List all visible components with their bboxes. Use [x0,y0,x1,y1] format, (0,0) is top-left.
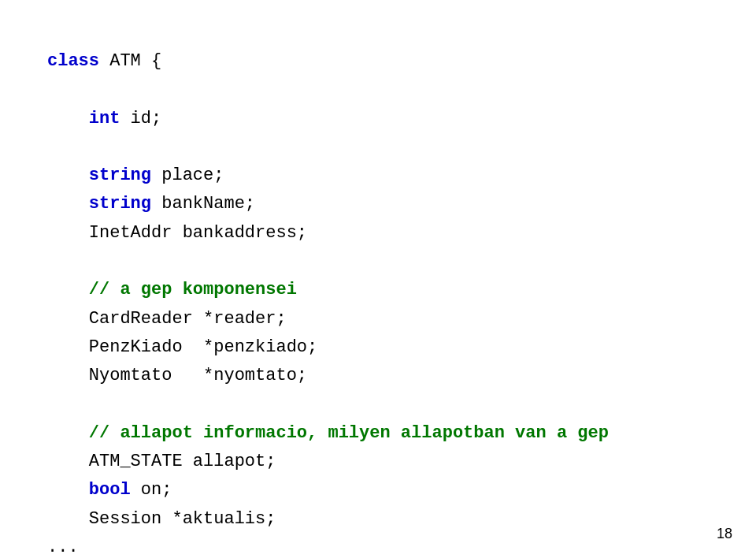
page-number: 18 [717,526,732,542]
code-line-1: class ATM { [47,47,709,76]
code-line-17: Session *aktualis; [47,505,709,534]
code-line-9: // a gep komponensei [47,276,709,304]
code-line-blank-4 [47,391,709,419]
keyword-string-2: string [89,194,151,214]
comment-2: // allapot informacio, milyen allapotban… [47,423,609,443]
code-line-12: Nyomtato *nyomtato; [47,362,709,390]
code-block: class ATM { int id; string place; string… [47,47,709,558]
code-line-blank-1 [47,76,709,104]
code-line-11: PenzKiado *penzkiado; [47,333,709,362]
comment-1: // a gep komponensei [47,280,297,299]
code-line-3: int id; [47,105,709,133]
keyword-bool: bool [89,480,131,500]
code-line-blank-2 [47,133,709,162]
code-line-16: bool on; [47,476,709,504]
code-line-5: string place; [47,162,709,190]
keyword-class: class [47,51,109,71]
code-line-blank-3 [47,247,709,276]
code-line-14: // allapot informacio, milyen allapotban… [47,419,709,448]
keyword-int: int [89,109,120,128]
code-line-10: CardReader *reader; [47,305,709,333]
code-line-18: ... [47,534,709,558]
code-line-6: string bankName; [47,190,709,218]
slide: class ATM { int id; string place; string… [0,0,756,558]
keyword-string-1: string [89,166,151,185]
code-line-15: ATM_STATE allapot; [47,448,709,476]
code-text: ATM { [109,51,161,71]
code-line-7: InetAddr bankaddress; [47,219,709,247]
